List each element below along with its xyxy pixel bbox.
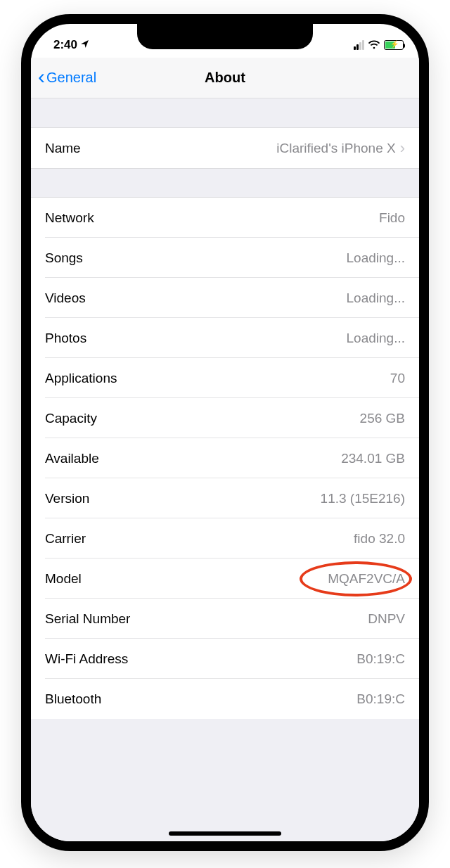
name-section: Name iClarified's iPhone X › [31, 128, 419, 168]
row-value: MQAF2VC/A [328, 571, 405, 587]
row-label: Songs [45, 250, 83, 266]
nav-back-button[interactable]: ‹ General [31, 68, 96, 87]
name-value: iClarified's iPhone X [276, 141, 395, 156]
notch [137, 24, 313, 49]
row-value: 256 GB [360, 411, 405, 426]
row-value: DNPV [368, 611, 405, 627]
row-label: Wi-Fi Address [45, 651, 128, 667]
row-value: 234.01 GB [341, 451, 405, 466]
status-time: 2:40 [53, 38, 77, 52]
row-label: Videos [45, 291, 86, 306]
status-left: 2:40 [53, 38, 89, 52]
row-network[interactable]: NetworkFido [31, 198, 419, 238]
home-indicator[interactable] [169, 831, 281, 836]
row-capacity[interactable]: Capacity256 GB [31, 398, 419, 438]
row-available[interactable]: Available234.01 GB [31, 438, 419, 478]
row-videos[interactable]: VideosLoading... [31, 278, 419, 318]
cellular-signal-icon [354, 40, 364, 50]
row-value: B0:19:C [356, 651, 405, 667]
row-model[interactable]: ModelMQAF2VC/A [31, 559, 419, 599]
row-value: fido 32.0 [354, 531, 405, 547]
row-label: Available [45, 451, 99, 466]
row-value: 11.3 (15E216) [321, 491, 405, 506]
row-label: Serial Number [45, 611, 130, 627]
chevron-right-icon: › [400, 139, 405, 158]
nav-bar: ‹ General About [31, 58, 419, 98]
chevron-left-icon: ‹ [38, 66, 45, 87]
row-value: 70 [390, 371, 405, 386]
row-label: Bluetooth [45, 691, 101, 707]
row-version[interactable]: Version11.3 (15E216) [31, 478, 419, 518]
row-value: iClarified's iPhone X › [276, 139, 405, 158]
row-wi-fi-address[interactable]: Wi-Fi AddressB0:19:C [31, 639, 419, 679]
row-value: Loading... [347, 331, 405, 346]
content-scroll[interactable]: Name iClarified's iPhone X › NetworkFido… [31, 98, 419, 841]
status-right: ⚡ [354, 40, 404, 50]
row-applications[interactable]: Applications70 [31, 358, 419, 398]
row-value: Loading... [347, 291, 405, 306]
row-name[interactable]: Name iClarified's iPhone X › [31, 128, 419, 168]
row-value: Loading... [347, 250, 405, 266]
row-bluetooth[interactable]: BluetoothB0:19:C [31, 679, 419, 719]
location-arrow-icon [80, 39, 89, 51]
section-gap [31, 98, 419, 128]
row-label: Photos [45, 331, 86, 346]
row-label: Capacity [45, 411, 97, 426]
row-label: Network [45, 210, 94, 226]
row-label: Carrier [45, 531, 86, 547]
row-serial-number[interactable]: Serial NumberDNPV [31, 599, 419, 639]
row-photos[interactable]: PhotosLoading... [31, 318, 419, 358]
details-section: NetworkFidoSongsLoading...VideosLoading.… [31, 198, 419, 719]
wifi-icon [368, 40, 380, 50]
section-gap [31, 168, 419, 198]
battery-charging-icon: ⚡ [384, 40, 404, 50]
row-value: Fido [379, 210, 405, 226]
row-label: Version [45, 491, 89, 506]
row-songs[interactable]: SongsLoading... [31, 238, 419, 278]
row-value: B0:19:C [356, 691, 405, 707]
row-carrier[interactable]: Carrierfido 32.0 [31, 518, 419, 559]
row-label: Applications [45, 371, 117, 386]
device-frame: 2:40 ⚡ ‹ General About [21, 14, 429, 851]
nav-back-label: General [46, 70, 96, 86]
row-label: Name [45, 141, 81, 156]
row-label: Model [45, 571, 82, 587]
